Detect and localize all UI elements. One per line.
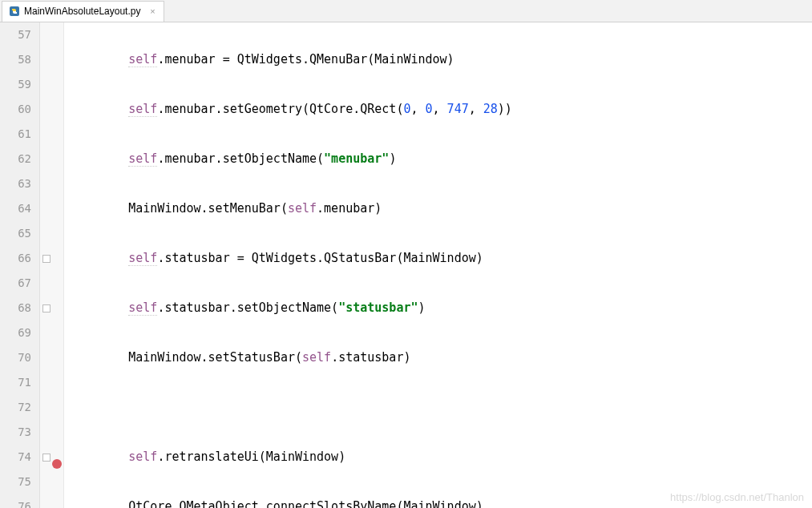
line-number: 57 [0,22,31,47]
tab-bar: MainWinAbsoluteLayout.py × [0,0,812,22]
self-ref: self [128,151,157,167]
tab-filename: MainWinAbsoluteLayout.py [24,6,140,17]
self-ref: self [288,201,317,216]
fold-marker-icon[interactable] [42,304,50,312]
line-number: 67 [0,271,31,296]
fold-marker-icon[interactable] [42,255,50,263]
self-ref: self [128,251,157,266]
self-ref: self [128,300,157,316]
self-ref: self [128,102,157,117]
self-ref: self [128,450,157,464]
line-number: 73 [0,420,31,445]
fold-marker-icon[interactable] [42,454,50,462]
line-number: 75 [0,470,31,494]
line-number: 69 [0,321,31,345]
string-literal: "statusbar" [338,300,418,315]
line-number: 60 [0,97,31,122]
line-number: 59 [0,72,31,97]
editor: 5758596061626364656667686970717273747576… [0,22,812,508]
python-file-icon [9,6,20,17]
line-number-gutter: 5758596061626364656667686970717273747576 [0,22,40,508]
number-literal: 28 [483,102,498,116]
line-number: 62 [0,147,31,171]
number-literal: 0 [426,102,433,116]
line-number: 72 [0,395,31,420]
line-number: 64 [0,196,31,221]
line-number: 74 [0,445,31,470]
line-number: 68 [0,296,31,321]
line-number: 63 [0,171,31,196]
string-literal: "menubar" [324,151,389,166]
line-number: 58 [0,47,31,72]
gutter-icon-strip [40,22,64,508]
editor-tab[interactable]: MainWinAbsoluteLayout.py × [2,1,164,22]
close-icon[interactable]: × [147,6,157,16]
code-area[interactable]: self.menubar = QtWidgets.QMenuBar(MainWi… [64,22,812,508]
line-number: 61 [0,122,31,147]
line-number: 66 [0,246,31,271]
self-ref: self [302,350,331,365]
line-number: 70 [0,345,31,370]
self-ref: self [128,52,157,67]
number-literal: 747 [447,102,469,116]
error-icon[interactable] [52,459,62,469]
line-number: 76 [0,494,31,508]
line-number: 71 [0,370,31,395]
line-number: 65 [0,221,31,246]
